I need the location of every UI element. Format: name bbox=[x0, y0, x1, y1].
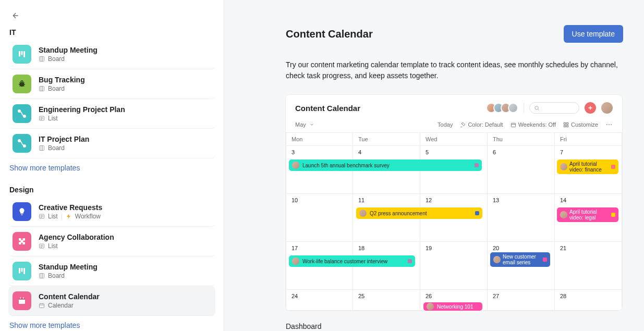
avatar bbox=[560, 211, 567, 218]
chevron-down-icon bbox=[309, 122, 314, 127]
calendar-date: 25 bbox=[358, 293, 364, 299]
svg-point-30 bbox=[609, 124, 610, 125]
search-input[interactable] bbox=[529, 102, 579, 114]
template-name: IT Project Plan bbox=[39, 135, 89, 143]
svg-rect-27 bbox=[564, 125, 565, 127]
template-name: Bug Tracking bbox=[39, 76, 85, 84]
search-icon bbox=[534, 105, 540, 111]
weekends-toggle[interactable]: Weekends: Off bbox=[511, 121, 556, 128]
back-button[interactable] bbox=[8, 8, 23, 23]
svg-rect-22 bbox=[40, 304, 44, 308]
user-avatar[interactable] bbox=[601, 102, 613, 114]
collaborator-avatars[interactable] bbox=[486, 103, 518, 113]
svg-rect-3 bbox=[40, 57, 44, 62]
svg-point-31 bbox=[611, 124, 612, 125]
section-title-design: Design bbox=[9, 186, 215, 194]
calendar-event[interactable]: Work-life balance customer interview bbox=[289, 255, 415, 267]
calendar-event[interactable]: April tutorialvideo: legal bbox=[557, 207, 618, 222]
template-standup-meeting[interactable]: Standup Meeting Board bbox=[8, 40, 215, 69]
calendar-icon bbox=[13, 291, 31, 310]
customize-button[interactable]: Customize bbox=[563, 121, 598, 128]
template-engineering-project-plan[interactable]: Engineering Project Plan List bbox=[8, 99, 215, 129]
svg-rect-24 bbox=[511, 123, 515, 127]
template-name: Agency Collaboration bbox=[39, 233, 114, 241]
svg-point-29 bbox=[606, 124, 607, 125]
month-selector[interactable]: May bbox=[295, 121, 314, 128]
template-meta-label: Board bbox=[48, 55, 65, 63]
svg-rect-17 bbox=[40, 274, 44, 278]
more-button[interactable] bbox=[605, 121, 613, 128]
page-title: Content Calendar bbox=[286, 28, 373, 40]
show-more-templates-it[interactable]: Show more templates bbox=[9, 164, 80, 172]
calendar-event[interactable]: Launch 5th annual benchmark survey bbox=[289, 160, 482, 171]
day-header: Fri bbox=[555, 133, 622, 145]
svg-rect-20 bbox=[20, 297, 21, 299]
template-standup-meeting-design[interactable]: Standup Meeting Board bbox=[8, 256, 215, 286]
calendar-event[interactable]: Networking 101 bbox=[423, 302, 482, 311]
calendar-date: 21 bbox=[560, 245, 566, 251]
svg-point-9 bbox=[18, 140, 20, 142]
calendar-date: 24 bbox=[291, 293, 298, 299]
plus-icon bbox=[587, 105, 593, 111]
lightbulb-icon bbox=[13, 202, 31, 221]
template-agency-collaboration[interactable]: Agency Collaboration List bbox=[8, 227, 215, 256]
calendar-date: 18 bbox=[358, 245, 364, 251]
add-button[interactable] bbox=[585, 102, 596, 114]
board-icon bbox=[39, 85, 45, 92]
template-it-project-plan[interactable]: IT Project Plan Board bbox=[8, 129, 215, 158]
list-icon bbox=[39, 213, 45, 219]
grid-icon bbox=[563, 122, 569, 128]
board-icon bbox=[39, 145, 45, 151]
template-meta-label: Board bbox=[48, 272, 65, 279]
template-name: Engineering Project Plan bbox=[39, 105, 125, 114]
day-header: Mon bbox=[286, 133, 353, 145]
calendar-event[interactable]: April tutorialvideo: finance bbox=[557, 160, 618, 174]
svg-rect-28 bbox=[566, 125, 568, 127]
template-name: Creative Requests bbox=[39, 203, 102, 212]
calendar-date: 19 bbox=[426, 245, 432, 251]
svg-rect-15 bbox=[21, 268, 23, 272]
template-name: Content Calendar bbox=[39, 292, 100, 301]
svg-point-23 bbox=[535, 106, 538, 109]
calendar-event[interactable]: Q2 press announcement bbox=[356, 207, 482, 219]
calendar-date: 13 bbox=[493, 197, 499, 203]
calendar-date: 4 bbox=[358, 149, 361, 155]
avatar bbox=[292, 162, 299, 169]
template-meta-label: List bbox=[48, 213, 58, 220]
show-more-templates-design[interactable]: Show more templates bbox=[9, 321, 80, 329]
calendar-icon bbox=[39, 302, 45, 309]
svg-rect-19 bbox=[19, 298, 25, 300]
color-dropdown[interactable]: Color: Default bbox=[460, 121, 503, 128]
template-bug-tracking[interactable]: Bug Tracking Board bbox=[8, 69, 215, 99]
arrow-left-icon bbox=[11, 11, 20, 20]
list-icon bbox=[39, 115, 45, 121]
board-icon bbox=[39, 56, 45, 62]
svg-point-7 bbox=[23, 115, 26, 117]
svg-rect-14 bbox=[19, 268, 20, 274]
calendar-date: 14 bbox=[560, 197, 566, 203]
avatar bbox=[292, 258, 299, 265]
paint-icon bbox=[460, 122, 466, 128]
path-icon bbox=[13, 134, 31, 153]
calendar-date: 5 bbox=[426, 149, 429, 155]
calendar-icon bbox=[511, 122, 516, 128]
board-icon bbox=[39, 273, 45, 279]
bug-icon bbox=[13, 75, 31, 93]
template-name: Standup Meeting bbox=[39, 46, 98, 54]
today-button[interactable]: Today bbox=[438, 121, 453, 128]
svg-rect-26 bbox=[566, 122, 568, 124]
main-panel: Content Calendar Use template Try our co… bbox=[224, 0, 644, 331]
template-content-calendar[interactable]: Content Calendar Calendar bbox=[8, 286, 215, 316]
day-header: Wed bbox=[420, 133, 488, 145]
calendar-event[interactable]: New customeremail series bbox=[490, 252, 550, 267]
calendar-date: 28 bbox=[560, 293, 566, 299]
puzzle-icon bbox=[13, 232, 31, 251]
calendar-date: 10 bbox=[291, 197, 298, 203]
template-creative-requests[interactable]: Creative Requests List | Workflow bbox=[8, 197, 215, 227]
calendar-date: 7 bbox=[560, 149, 563, 155]
calendar-date: 17 bbox=[291, 245, 298, 251]
use-template-button[interactable]: Use template bbox=[564, 25, 623, 43]
template-meta-label: Board bbox=[48, 85, 65, 92]
section-title-it: IT bbox=[9, 28, 215, 36]
day-header: Thu bbox=[488, 133, 555, 145]
